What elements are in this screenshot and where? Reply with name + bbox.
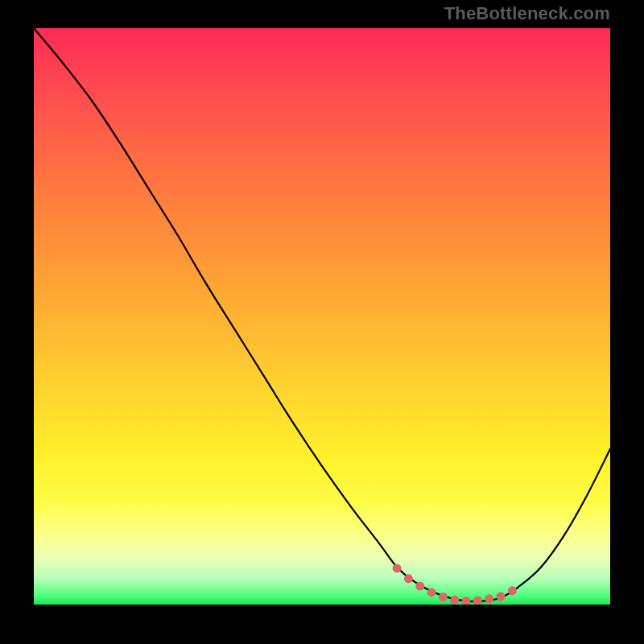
optimal-marker [450,596,459,605]
chart-frame [34,28,610,605]
plot-area [34,28,610,605]
optimal-marker [473,596,482,605]
optimal-marker [427,588,436,597]
optimal-marker [404,574,413,583]
optimal-marker [439,592,448,601]
bottleneck-chart-svg [34,28,610,605]
gradient-background [34,28,610,605]
optimal-marker [485,594,493,603]
optimal-marker [496,592,505,601]
optimal-marker [508,586,517,595]
optimal-marker [415,582,424,591]
optimal-marker [393,564,402,572]
watermark-link[interactable]: TheBottleneck.com [444,3,610,24]
